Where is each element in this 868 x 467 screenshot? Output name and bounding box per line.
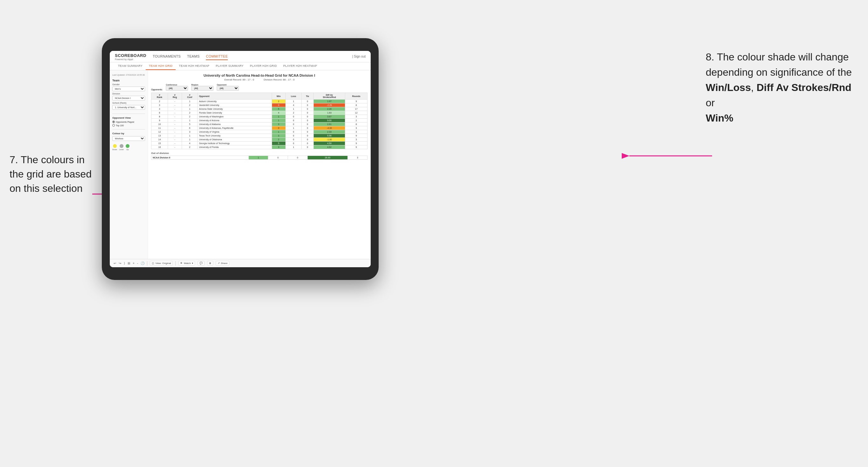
cell-diff: 2.61 [313,122,345,126]
cell-rounds: 12 [345,111,368,115]
watch-btn[interactable]: 👁 Watch ▾ [178,261,195,266]
nav-bar: SCOREBOARD Powered by clippd TOURNAMENTS… [110,51,371,62]
cell-rank: 9 [151,119,168,122]
cell-win: 0 [272,103,285,107]
sub-nav-player-h2h-grid[interactable]: PLAYER H2H GRID [247,62,280,70]
cell-loss: 0 [285,122,301,126]
cell-conf: 2 [182,115,197,119]
undo-icon[interactable]: ↩ [114,261,116,265]
ood-win: 1 [248,156,268,160]
minus-icon[interactable]: - [137,261,138,265]
nav-tournaments[interactable]: TOURNAMENTS [153,53,181,60]
ood-diff: 26.00 [307,156,348,160]
cell-win: 2 [272,138,285,142]
cell-loss: 1 [285,126,301,130]
cell-reg: - [168,107,182,111]
cell-diff: -4.33 [313,126,345,130]
cell-tie: 0 [302,130,314,134]
cell-tie: 0 [302,111,314,115]
watch-label: Watch [184,262,191,265]
cell-rounds: 3 [345,115,368,119]
comment-btn[interactable]: 💬 [197,261,205,266]
cell-conf: 3 [182,130,197,134]
colour-by-select[interactable]: Win/loss [112,136,145,141]
cell-opponent: Texas Tech University [197,134,272,138]
table-row: 2 - 1 Auburn University 2 1 0 1.67 9 [151,100,368,103]
annotation-right-bold2: Diff Av Strokes/Rnd [757,82,851,93]
sub-nav-player-h2h-heatmap[interactable]: PLAYER H2H HEATMAP [280,62,320,70]
filters-row: Opponents: Conference (All) Region (All) [151,84,368,91]
cell-opponent: University of Arizona [197,119,272,122]
division-record: Division Record: 88 - 17 - 0 [264,78,294,81]
legend-up-label: Up [126,149,129,151]
nav-teams[interactable]: TEAMS [187,53,199,60]
annotation-right-text1: 8. The colour shade will change dependin… [706,51,852,78]
grid-btn[interactable]: ⊞ [207,261,213,266]
nav-committee[interactable]: COMMITTEE [206,53,228,60]
opponent-filter-select[interactable]: (All) [217,86,239,91]
clock-icon[interactable]: 🕐 [141,261,145,265]
ood-rounds: 3 [348,156,368,160]
sub-nav-player-summary[interactable]: PLAYER SUMMARY [213,62,247,70]
cell-win: 5 [272,107,285,111]
cell-rank: 11 [151,126,168,130]
school-select[interactable]: 1. University of Nort... [112,105,145,110]
col-opponent: Opponent [197,93,272,100]
team-label: Team [112,79,145,82]
cell-loss: 2 [285,111,301,115]
cell-loss: 0 [285,138,301,142]
cell-opponent: Arizona State University [197,107,272,111]
plus-icon[interactable]: + [133,261,134,265]
cell-rounds: 3 [345,126,368,130]
cell-rank: 10 [151,122,168,126]
conference-filter-select[interactable]: (All) [166,86,188,91]
cell-conf: 1 [182,100,197,103]
cell-reg: - [168,126,182,130]
out-of-division-row: NCAA Division II 1 0 0 26.00 3 [151,156,368,160]
annotation-right-bold3: Win% [706,112,734,124]
sub-nav-team-summary[interactable]: TEAM SUMMARY [115,62,146,70]
sub-nav-team-h2h-heatmap[interactable]: TEAM H2H HEATMAP [176,62,213,70]
cell-reg: - [168,100,182,103]
radio-label-top100: Top 100 [116,124,124,127]
gender-select[interactable]: Men's [112,87,145,91]
cell-conf: 1 [182,107,197,111]
cell-opponent: Florida State University [197,111,272,115]
forward-icon[interactable]: ⟩ [124,261,125,265]
overall-record: Overall Record: 89 - 17 - 0 [224,78,254,81]
annotation-right-bold1: Win/Loss [706,82,751,93]
nav-items: TOURNAMENTS TEAMS COMMITTEE [153,53,352,60]
division-select[interactable]: NCAA Division I [112,96,145,100]
cell-opponent: Vanderbilt University [197,103,272,107]
conference-filter-label: Conference [166,84,188,86]
radio-opponents-played[interactable]: Opponents Played [112,121,145,123]
cell-rank: 3 [151,103,168,107]
cell-rank: 15 [151,142,168,145]
cell-conf: 2 [182,111,197,115]
region-filter-select[interactable]: (All) [191,86,214,91]
table-row: 8 - 2 University of Washington 1 0 0 3.6… [151,115,368,119]
sign-out-link[interactable]: | Sign out [352,55,366,58]
ood-tie: 0 [288,156,307,160]
cell-diff: 5.56 [313,134,345,138]
share-icon: ↗ [218,262,220,265]
table-row: 3 - 2 Vanderbilt University 0 4 0 -2.29 … [151,103,368,107]
toolbar-divider1 [147,261,147,266]
radio-top100[interactable]: Top 100 [112,124,145,127]
cell-rounds: 9 [345,142,368,145]
legend-down-circle [113,144,117,148]
cell-reg: - [168,145,182,149]
radio-dot-opponents [112,121,115,123]
share-btn[interactable]: ↗ Share [216,261,229,266]
copy-icon[interactable]: ⊞ [128,261,130,265]
col-loss: Loss [285,93,301,100]
sub-nav-team-h2h-grid[interactable]: TEAM H2H GRID [146,62,176,70]
cell-diff: 4.50 [313,142,345,145]
cell-rounds: 8 [345,103,368,107]
view-original-btn[interactable]: ◫ View: Original [150,261,173,266]
cell-rounds: 9 [345,145,368,149]
cell-rank: 2 [151,100,168,103]
redo-icon[interactable]: ↪ [119,261,121,265]
col-rounds: Rounds [345,93,368,100]
cell-diff: -1.00 [313,138,345,142]
